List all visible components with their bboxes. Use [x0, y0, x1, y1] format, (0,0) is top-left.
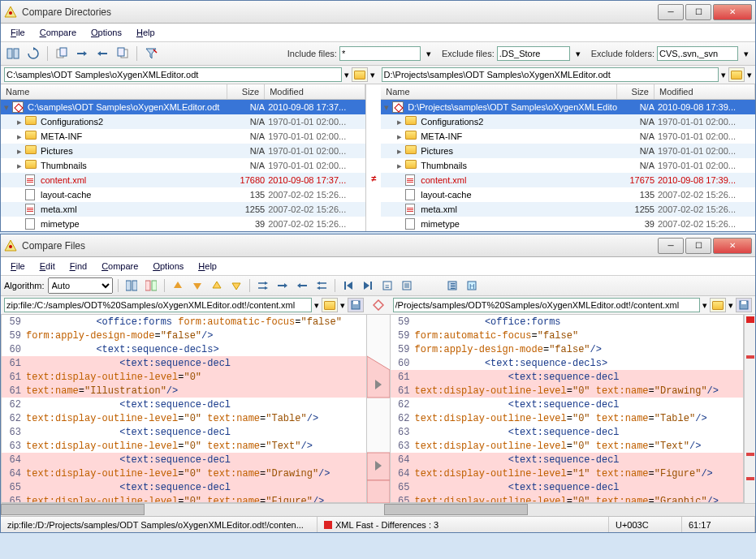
highlight-button[interactable]: H: [464, 277, 480, 294]
code-line[interactable]: 59 <office:forms form:automatic-focus="f…: [2, 315, 366, 329]
copy-left-button[interactable]: [294, 277, 310, 294]
left-hscrollbar[interactable]: [1, 503, 361, 516]
tree-row[interactable]: ▸META-INFN/A1970-01-01 02:00...: [381, 129, 755, 144]
code-line[interactable]: 61text:name="Illustration"/>: [2, 384, 366, 398]
column-header-name[interactable]: Name: [1, 84, 227, 99]
titlebar[interactable]: Compare Files ─ ☐ ✕: [1, 234, 755, 257]
tree-row[interactable]: mimetype392007-02-02 15:26...: [1, 217, 365, 231]
right-browse-dropdown-icon[interactable]: ▾: [747, 70, 752, 80]
exclude-folders-input[interactable]: [657, 46, 738, 61]
copy-all-left-button[interactable]: [313, 277, 330, 294]
code-line[interactable]: 65text:display-outline-level="0" text:na…: [391, 494, 744, 503]
code-line[interactable]: 64 <text:sequence-decl: [391, 453, 744, 467]
code-line[interactable]: 64text:display-outline-level="0" text:na…: [2, 467, 366, 480]
ignore-ws-button[interactable]: ≡: [379, 277, 395, 294]
left-browse-dropdown-icon[interactable]: ▾: [370, 70, 375, 80]
right-file-browse-button[interactable]: [710, 298, 726, 312]
right-path-dropdown-icon[interactable]: ▾: [721, 70, 726, 80]
show-word-diff-button[interactable]: ≣: [444, 277, 460, 294]
tree-row[interactable]: ▸ThumbnailsN/A1970-01-01 02:00...: [1, 158, 365, 173]
code-line[interactable]: 62 <text:sequence-decl: [2, 398, 366, 411]
menu-options[interactable]: Options: [84, 25, 128, 40]
tree-row[interactable]: meta.xml12552007-02-02 15:26...: [1, 202, 365, 217]
left-editor[interactable]: 59 <office:forms form:automatic-focus="f…: [1, 315, 367, 503]
menu-compare[interactable]: Compare: [95, 259, 145, 273]
sync-scroll-button[interactable]: [143, 277, 159, 294]
twisty-icon[interactable]: ▸: [397, 146, 405, 157]
exclude-files-dropdown-icon[interactable]: ▾: [572, 49, 584, 59]
next-diff-button[interactable]: [189, 277, 205, 294]
twisty-icon[interactable]: ▾: [384, 102, 392, 113]
left-file-path-input[interactable]: [4, 298, 312, 312]
code-line[interactable]: 64 <text:sequence-decl: [2, 453, 366, 467]
tree-row[interactable]: ▸Configurations2N/A1970-01-01 02:00...: [1, 114, 365, 129]
algorithm-select[interactable]: Auto: [48, 277, 113, 294]
twisty-icon[interactable]: ▸: [17, 161, 25, 171]
compare-button[interactable]: [123, 277, 140, 294]
code-line[interactable]: 63 <text:sequence-decl: [2, 425, 366, 439]
twisty-icon[interactable]: ▸: [17, 146, 25, 157]
code-line[interactable]: 65text:display-outline-level="0" text:na…: [2, 494, 366, 503]
twisty-icon[interactable]: ▾: [4, 102, 12, 113]
compare-button[interactable]: [4, 45, 22, 62]
code-line[interactable]: 64text:display-outline-level="1" text:na…: [391, 467, 744, 480]
close-button[interactable]: ✕: [713, 238, 752, 254]
right-editor[interactable]: 59 <office:forms59form:automatic-focus="…: [390, 315, 756, 503]
tree-row[interactable]: meta.xml12552007-02-02 15:26...: [381, 202, 755, 217]
column-header-size[interactable]: Size: [617, 84, 654, 99]
refresh-button[interactable]: [24, 45, 42, 62]
code-line[interactable]: 65 <text:sequence-decl: [2, 480, 366, 494]
titlebar[interactable]: Compare Directories ─ ☐ ✕: [1, 1, 755, 24]
sync-left-button[interactable]: [93, 45, 111, 62]
code-line[interactable]: 60 <text:sequence-decls>: [391, 356, 744, 370]
copy-left-button[interactable]: [53, 45, 71, 62]
left-file-browse-button[interactable]: [322, 298, 338, 312]
column-header-modified[interactable]: Modified: [654, 84, 755, 99]
menu-compare[interactable]: Compare: [33, 25, 83, 40]
right-file-dropdown-icon[interactable]: ▾: [702, 300, 707, 311]
code-line[interactable]: 59 <office:forms: [391, 315, 744, 329]
last-diff-button[interactable]: [360, 277, 376, 294]
tree-row[interactable]: content.xml176752010-09-08 17:39...: [381, 173, 755, 187]
twisty-icon[interactable]: ▸: [397, 131, 405, 142]
code-line[interactable]: 62 <text:sequence-decl: [391, 398, 744, 411]
prev-diff-button[interactable]: [170, 277, 186, 294]
tree-row[interactable]: ▸PicturesN/A1970-01-01 02:00...: [1, 144, 365, 158]
copy-all-right-button[interactable]: [255, 277, 271, 294]
include-dropdown-icon[interactable]: ▾: [423, 49, 434, 59]
right-path-input[interactable]: [382, 67, 719, 82]
code-line[interactable]: 63 <text:sequence-decl: [391, 425, 744, 439]
maximize-button[interactable]: ☐: [685, 238, 711, 254]
menu-edit[interactable]: Edit: [33, 259, 62, 273]
code-line[interactable]: 59form:apply-design-mode="false"/>: [391, 342, 744, 356]
tree-row[interactable]: ▸ThumbnailsN/A1970-01-01 02:00...: [381, 158, 755, 173]
menu-options[interactable]: Options: [146, 259, 190, 273]
menu-find[interactable]: Find: [63, 259, 93, 273]
code-line[interactable]: 63text:display-outline-level="0" text:na…: [2, 439, 366, 453]
prev-change-button[interactable]: [209, 277, 225, 294]
filter-button[interactable]: [142, 45, 160, 62]
menu-help[interactable]: Help: [192, 259, 223, 273]
copy-right-button[interactable]: [274, 277, 291, 294]
overview-ruler[interactable]: [744, 315, 755, 503]
tree-row[interactable]: ▾D:\Projects\samples\ODT Samples\oXygenX…: [381, 100, 755, 114]
right-save-button[interactable]: [736, 298, 752, 312]
right-hscrollbar[interactable]: [384, 503, 745, 516]
column-header-modified[interactable]: Modified: [265, 84, 365, 99]
left-path-input[interactable]: [4, 67, 342, 82]
sync-right-button[interactable]: [73, 45, 91, 62]
right-browse-button[interactable]: [728, 67, 745, 82]
exclude-files-input[interactable]: [497, 46, 570, 61]
copy-right-button[interactable]: [114, 45, 132, 62]
code-line[interactable]: 60 <text:sequence-decls>: [2, 342, 366, 356]
maximize-button[interactable]: ☐: [685, 4, 711, 20]
tree-row[interactable]: mimetype392007-02-02 15:26...: [381, 217, 755, 231]
left-save-button[interactable]: [348, 298, 364, 312]
code-line[interactable]: 61text:display-outline-level="0" text:na…: [391, 384, 744, 398]
tree-row[interactable]: layout-cache1352007-02-02 15:26...: [381, 187, 755, 202]
code-line[interactable]: 62text:display-outline-level="0" text:na…: [2, 411, 366, 425]
menu-help[interactable]: Help: [130, 25, 162, 40]
menu-file[interactable]: File: [4, 25, 32, 40]
left-path-dropdown-icon[interactable]: ▾: [344, 70, 349, 80]
minimize-button[interactable]: ─: [658, 238, 684, 254]
